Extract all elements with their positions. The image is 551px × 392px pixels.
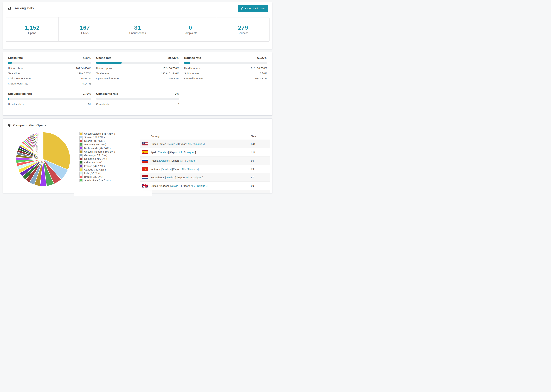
legend-item[interactable]: United States ( 541 / 31% )	[80, 132, 115, 135]
legend-item[interactable]: Russia ( 86 / 5% )	[80, 139, 115, 143]
bracket-text: ]	[195, 151, 196, 154]
export-prefix-text: ] [Export:	[168, 151, 179, 154]
bar-chart-icon	[7, 6, 11, 10]
legend-swatch-icon	[80, 136, 83, 139]
rate-stat-label: Unsubscribes	[8, 103, 24, 105]
legend-swatch-icon	[80, 172, 83, 175]
bracket-text: [	[164, 176, 166, 179]
details-link[interactable]: Details ›	[160, 159, 169, 162]
geo-table-header: Country Total	[140, 133, 270, 140]
vn-flag-icon	[142, 167, 148, 171]
export-unique-link[interactable]: Unique ›	[190, 193, 199, 193]
export-all-link[interactable]: All ›	[179, 151, 183, 154]
geo-country-name: United States	[151, 142, 166, 145]
legend-label: India ( 46 / 3% )	[84, 161, 102, 164]
rate-stat-row: Click through rate4.147%	[8, 82, 91, 85]
rate-stat-label: Clicks to opens rate	[8, 77, 31, 80]
details-link[interactable]: Details ›	[159, 151, 168, 154]
export-unique-link[interactable]: Unique ›	[188, 168, 198, 170]
legend-label: Canada ( 40 / 2% )	[84, 168, 106, 171]
legend-swatch-icon	[80, 139, 83, 142]
details-link[interactable]: Details ›	[166, 176, 175, 179]
rate-title: Opens rate	[96, 56, 111, 60]
export-prefix-text: ] [Export:	[180, 184, 191, 187]
details-link[interactable]: Details ›	[167, 142, 177, 145]
geo-table-row: Vietnam [Details ›] [Export: All › / Uni…	[140, 165, 270, 173]
rate-stat-value: 19 / 6.81%	[255, 77, 267, 80]
legend-item[interactable]: Vietnam ( 79 / 5% )	[80, 143, 115, 146]
export-all-link[interactable]: All ›	[186, 176, 191, 179]
gb-flag-icon	[142, 184, 148, 188]
export-all-link[interactable]: All ›	[191, 184, 195, 187]
details-link[interactable]: Details ›	[161, 168, 171, 170]
geo-country-text: Spain [Details ›] [Export: All › / Uniqu…	[151, 151, 196, 154]
bracket-text: ]	[202, 176, 203, 179]
dotted-leader	[25, 69, 74, 69]
rate-value: 0%	[175, 92, 179, 96]
export-unique-link[interactable]: Unique ›	[187, 159, 197, 162]
de-flag-icon	[142, 192, 148, 193]
pie-slice-other[interactable]	[43, 132, 43, 159]
legend-item[interactable]: Germany ( 55 / 3% )	[80, 154, 115, 157]
rate-value: 30.736%	[168, 56, 179, 60]
legend-item[interactable]: Canada ( 40 / 2% )	[80, 168, 115, 171]
details-link[interactable]: Details ›	[162, 193, 172, 193]
bracket-text: [	[158, 159, 160, 162]
rate-stat-row: Soft bounces18 / 0%	[184, 72, 267, 75]
legend-item[interactable]: Romania ( 49 / 3% )	[80, 157, 115, 161]
rate-stat-label: Total opens	[96, 72, 109, 75]
dotted-leader	[22, 74, 76, 74]
export-all-link[interactable]: All ›	[182, 168, 186, 170]
details-link[interactable]: Details ›	[170, 184, 180, 187]
geo-total-cell: 55	[251, 193, 270, 193]
rate-block: Bounce rate6.927%Hard bounces242 / 86.73…	[184, 56, 267, 85]
ru-flag-icon	[142, 159, 148, 163]
legend-item[interactable]: Italy ( 36 / 2% )	[80, 171, 115, 175]
geo-table-row: Netherlands [Details ›] [Export: All › /…	[140, 173, 270, 182]
rate-stat-label: Opens to clicks rate	[96, 77, 119, 80]
slash-text: /	[192, 142, 194, 145]
export-unique-link[interactable]: Unique ›	[197, 184, 207, 187]
legend-label: South Africa ( 29 / 2% )	[84, 179, 111, 182]
geo-pie-chart	[14, 130, 72, 188]
legend-item[interactable]: United Kingdom ( 59 / 3% )	[80, 150, 115, 154]
export-all-link[interactable]: All ›	[188, 142, 192, 145]
rate-stat-row: Internal bounces19 / 6.81%	[184, 77, 267, 80]
rate-stat-value: 31	[88, 103, 91, 105]
export-unique-link[interactable]: Unique ›	[185, 151, 195, 154]
rate-title: Unsubscribe rate	[8, 92, 32, 96]
summary-stat-value: 279	[238, 24, 248, 31]
legend-item[interactable]: Spain ( 121 / 7% )	[80, 135, 115, 139]
export-unique-link[interactable]: Unique ›	[194, 142, 204, 145]
rate-title: Complaints rate	[96, 92, 118, 96]
rate-stat-row: Total opens2,303 / 61.446%	[96, 72, 179, 75]
legend-item[interactable]: France ( 42 / 2% )	[80, 164, 115, 168]
export-all-link[interactable]: All ›	[183, 193, 187, 193]
legend-item[interactable]: Netherlands ( 67 / 4% )	[80, 146, 115, 150]
legend-swatch-icon	[80, 150, 83, 153]
rate-progress-fill	[8, 62, 12, 64]
bracket-text: ]	[204, 142, 205, 145]
rate-stat-row: Complaints0	[96, 103, 179, 105]
export-basic-stats-button[interactable]: Export basic stats	[238, 5, 268, 12]
legend-item[interactable]: Brazil ( 33 / 2% )	[80, 175, 115, 179]
rates-grid: Clicks rate4.46%Unique clicks167 / 4.456…	[8, 56, 267, 105]
slash-text: /	[183, 151, 185, 154]
rate-progress-track	[184, 62, 267, 64]
rate-progress-fill	[96, 62, 122, 64]
export-all-link[interactable]: All ›	[180, 159, 185, 162]
summary-stat-value: 0	[189, 24, 192, 31]
legend-item[interactable]: South Africa ( 29 / 2% )	[80, 179, 115, 182]
legend-swatch-icon	[80, 143, 83, 146]
geo-country-text: Germany [Details ›] [Export: All › / Uni…	[151, 193, 200, 193]
geo-country-cell: United States [Details ›] [Export: All ›…	[140, 142, 251, 146]
rate-stat-label: Unique clicks	[8, 67, 23, 70]
export-unique-link[interactable]: Unique ›	[193, 176, 202, 179]
export-prefix-text: ] [Export:	[175, 176, 186, 179]
legend-item[interactable]: India ( 46 / 3% )	[80, 161, 115, 164]
rate-title: Clicks rate	[8, 56, 23, 60]
rate-stat-row: Unsubscribes31	[8, 103, 91, 105]
rate-rows: Unsubscribes31	[8, 103, 91, 105]
rate-stat-value: 689.82%	[169, 77, 179, 80]
dotted-leader	[111, 74, 159, 74]
